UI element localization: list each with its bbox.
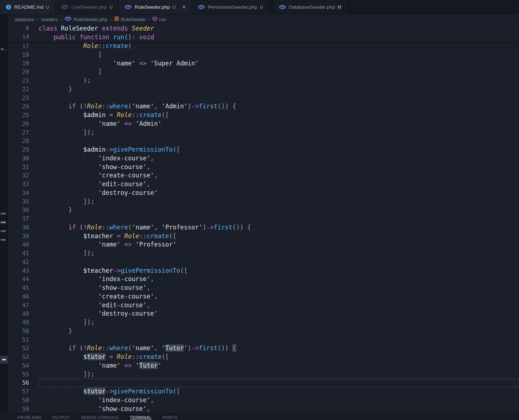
line-number[interactable]: 18 (8, 51, 39, 59)
line-number[interactable]: 55 (8, 370, 39, 379)
line-number[interactable]: 54 (8, 361, 39, 370)
line-number[interactable]: 58 (8, 396, 39, 405)
panel-tab-output[interactable]: OUTPUT (52, 415, 70, 420)
line-number[interactable]: 38 (8, 223, 39, 232)
tab-roleseeder-php[interactable]: phpRoleSeeder.phpU× (119, 0, 192, 14)
code-line-31[interactable]: 31 'show-course', (8, 163, 519, 172)
code-line-44[interactable]: 44 'index-course', (8, 275, 519, 284)
code-line-39[interactable]: 39 $teacher = Role::create([ (8, 232, 519, 241)
breadcrumb-item-roleseeder[interactable]: RoleSeeder (114, 16, 146, 22)
tab-permissionseeder-php[interactable]: phpPermissionSeeder.phpU (192, 0, 269, 14)
code-line-34[interactable]: 34 'destroy-course' (8, 189, 519, 197)
tab-readme-md[interactable]: README.mdU (0, 0, 55, 14)
line-number[interactable]: 21 (8, 76, 39, 85)
line-number[interactable]: 46 (8, 292, 39, 301)
line-number[interactable]: 41 (8, 249, 39, 258)
code-line-28[interactable]: 28 (8, 137, 519, 145)
code-line-21[interactable]: 21 ); (8, 76, 519, 85)
line-number[interactable]: 29 (8, 145, 39, 154)
code-line-51[interactable]: 51 (8, 336, 519, 344)
line-number[interactable]: 43 (8, 267, 39, 275)
code-line-37[interactable]: 37 (8, 215, 519, 223)
line-number[interactable]: 23 (8, 94, 39, 103)
line-number[interactable]: 22 (8, 85, 39, 94)
line-number[interactable]: 26 (8, 120, 39, 128)
line-number[interactable]: 44 (8, 275, 39, 284)
tab-userseeder-php[interactable]: phpUserSeeder.phpU (55, 0, 119, 14)
line-number[interactable]: 33 (8, 180, 39, 189)
code-line-24[interactable]: 24 if (!Role::where('name', 'Admin')->fi… (8, 102, 519, 111)
breadcrumb-item-seeders[interactable]: seeders (41, 17, 58, 22)
code-line-32[interactable]: 32 'create-course', (8, 171, 519, 180)
code-line-54[interactable]: 54 'name' => 'Tutor' (8, 361, 519, 370)
code-line-18[interactable]: 18 [ (8, 51, 519, 59)
line-number[interactable]: 48 (8, 309, 39, 318)
code-line-57[interactable]: 57 $tutor->givePermissionTo([ (8, 387, 519, 396)
code-line-46[interactable]: 46 'create-course', (8, 292, 519, 301)
code-line-17[interactable]: 17 Role::create( (8, 42, 519, 51)
line-number[interactable]: 27 (8, 128, 39, 137)
code-area[interactable]: 17 Role::create(18 [19 'name' => 'Super … (8, 42, 519, 420)
code-line-33[interactable]: 33 'edit-course', (8, 180, 519, 189)
line-number[interactable]: 17 (8, 42, 39, 51)
line-number[interactable]: 52 (8, 344, 39, 353)
code-line-42[interactable]: 42 (8, 258, 519, 267)
line-number[interactable]: 49 (8, 318, 39, 327)
code-line-55[interactable]: 55 ]); (8, 370, 519, 379)
line-number[interactable]: 45 (8, 284, 39, 292)
breadcrumb-item-run[interactable]: run (152, 16, 166, 22)
line-number[interactable]: 24 (8, 102, 39, 111)
code-line-47[interactable]: 47 'edit-course', (8, 301, 519, 310)
breadcrumb-item-database[interactable]: database (15, 17, 34, 22)
code-line-38[interactable]: 38 if (!Role::where('name', 'Professor')… (8, 223, 519, 232)
code-line-19[interactable]: 19 'name' => 'Super Admin' (8, 59, 519, 68)
line-number[interactable]: 35 (8, 197, 39, 206)
line-number[interactable]: 57 (8, 387, 39, 396)
code-line-58[interactable]: 58 'index-course', (8, 396, 519, 405)
code-line-45[interactable]: 45 'show-course', (8, 284, 519, 292)
code-line-56[interactable]: 56 (8, 379, 519, 387)
code-line-30[interactable]: 30 'index-course', (8, 154, 519, 163)
line-number[interactable]: 53 (8, 353, 39, 361)
breadcrumb-item-roleseeder-php[interactable]: phpRoleSeeder.php (64, 16, 107, 22)
line-number[interactable]: 47 (8, 301, 39, 310)
code-line-27[interactable]: 27 ]); (8, 128, 519, 137)
line-number[interactable]: 36 (8, 206, 39, 215)
line-number[interactable]: 37 (8, 215, 39, 223)
code-line-41[interactable]: 41 ]); (8, 249, 519, 258)
code-line-26[interactable]: 26 'name' => 'Admin' (8, 120, 519, 128)
code-line-25[interactable]: 25 $admin = Role::create([ (8, 111, 519, 120)
sidebar-selected-item[interactable] (0, 356, 8, 364)
collapsed-sidebar[interactable]: n... (0, 15, 8, 420)
line-number[interactable]: 31 (8, 163, 39, 172)
code-line-22[interactable]: 22 } (8, 85, 519, 94)
panel-tab-problems[interactable]: PROBLEMS (17, 415, 41, 420)
panel-tab-terminal[interactable]: TERMINAL (130, 415, 152, 420)
code-line-36[interactable]: 36 } (8, 206, 519, 215)
line-number[interactable]: 9 (8, 24, 39, 33)
line-number[interactable]: 25 (8, 111, 39, 120)
panel-tab-debug-console[interactable]: DEBUG CONSOLE (81, 415, 119, 420)
line-number[interactable]: 42 (8, 258, 39, 267)
line-number[interactable]: 19 (8, 59, 39, 68)
code-line-43[interactable]: 43 $teacher->givePermissionTo([ (8, 267, 519, 275)
line-number[interactable]: 56 (8, 379, 39, 387)
code-line-29[interactable]: 29 $admin->givePermissionTo([ (8, 145, 519, 154)
line-number[interactable]: 20 (8, 68, 39, 76)
line-number[interactable]: 14 (8, 33, 39, 41)
line-number[interactable]: 50 (8, 327, 39, 336)
line-number[interactable]: 40 (8, 240, 39, 249)
panel-tab-ports[interactable]: PORTS (163, 415, 178, 420)
tab-databaseseeder-php[interactable]: phpDatabaseSeeder.phpM (273, 0, 348, 14)
code-line-52[interactable]: 52 if (!Role::where('name', 'Tutor')->fi… (8, 344, 519, 353)
line-number[interactable]: 34 (8, 189, 39, 197)
code-line-48[interactable]: 48 'destroy-course' (8, 309, 519, 318)
line-number[interactable]: 39 (8, 232, 39, 241)
line-number[interactable]: 30 (8, 154, 39, 163)
code-line-53[interactable]: 53 $tutor = Role::create([ (8, 353, 519, 361)
code-line-40[interactable]: 40 'name' => 'Professor' (8, 240, 519, 249)
code-line-35[interactable]: 35 ]); (8, 197, 519, 206)
close-icon[interactable]: × (182, 4, 186, 10)
line-number[interactable]: 28 (8, 137, 39, 145)
code-line-23[interactable]: 23 (8, 94, 519, 103)
